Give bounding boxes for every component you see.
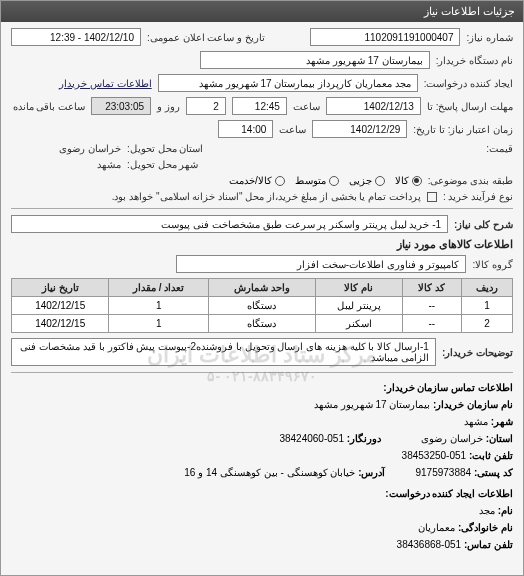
requester-header: اطلاعات ایجاد کننده درخواست:	[11, 485, 513, 502]
cell-date: 1402/12/15	[12, 315, 109, 333]
table-header-row: ردیف کد کالا نام کالا واحد شمارش تعداد /…	[12, 279, 513, 297]
label-time2: ساعت	[279, 124, 306, 135]
val-c-address: خیابان کوهسنگی - بین کوهسنگی 14 و 16	[184, 467, 355, 478]
field-requester: مجد معماریان کارپرداز بیمارستان 17 شهریو…	[158, 74, 418, 92]
val-c-phone: 051-38453250	[402, 450, 467, 461]
val-c-province: خراسان رضوی	[421, 433, 483, 444]
label-c-fax: دورنگار:	[347, 433, 381, 444]
cell-rn: 2	[461, 315, 512, 333]
label-r-lname: نام خانوادگی:	[458, 522, 513, 533]
label-c-postal: کد پستی:	[474, 467, 513, 478]
field-announce-date: 1402/12/10 - 12:39	[11, 28, 141, 46]
title-bar-text: جزئیات اطلاعات نیاز	[424, 5, 515, 18]
label-c-address: آدرس:	[358, 467, 385, 478]
checkbox-buy-type[interactable]	[427, 192, 437, 202]
label-buy-type: نوع فرآیند خرید :	[443, 191, 513, 202]
label-overall-desc: شرح کلی نیاز:	[454, 219, 513, 230]
label-days-and: روز و	[157, 101, 180, 112]
val-r-phone: 051-38436868	[397, 539, 462, 550]
cell-rn: 1	[461, 297, 512, 315]
divider	[11, 372, 513, 373]
label-price: قیمت:	[486, 143, 513, 154]
field-remain-time: 23:03:05	[91, 97, 151, 115]
form-content: شماره نیاز: 1102091191000407 تاریخ و ساع…	[1, 22, 523, 559]
field-buyer-name: بیمارستان 17 شهریور مشهد	[200, 51, 430, 69]
radio-service[interactable]: کالا/خدمت	[229, 175, 285, 186]
field-province: خراسان رضوی	[11, 143, 121, 154]
label-buyer-name: نام دستگاه خریدار:	[436, 55, 513, 66]
table-row: 2 -- اسکنر دستگاه 1 1402/12/15	[12, 315, 513, 333]
th-date: تاریخ نیاز	[12, 279, 109, 297]
label-buyer-notes: توضیحات خریدار:	[442, 347, 513, 358]
buy-type-note: پرداخت تمام یا بخشی از مبلغ خرید،از محل …	[112, 191, 421, 202]
radio-medium[interactable]: متوسط	[295, 175, 339, 186]
val-c-fax: 051-38424060	[279, 433, 344, 444]
cell-unit: دستگاه	[208, 297, 315, 315]
label-req-no: شماره نیاز:	[466, 32, 513, 43]
contact-block: اطلاعات تماس سازمان خریدار: نام سازمان خ…	[11, 379, 513, 553]
items-table: ردیف کد کالا نام کالا واحد شمارش تعداد /…	[11, 278, 513, 333]
label-r-fname: نام:	[498, 505, 513, 516]
field-valid-date: 1402/12/29	[312, 120, 407, 138]
cell-code: --	[402, 297, 461, 315]
cell-name: پرینتر لیبل	[315, 297, 402, 315]
label-c-province: استان:	[486, 433, 513, 444]
field-buyer-notes: 1-ارسال کالا با کلیه هزینه های ارسال وتح…	[11, 338, 436, 366]
label-r-phone: تلفن تماس:	[464, 539, 513, 550]
field-goods-group: کامپیوتر و فناوری اطلاعات-سخت افزار	[176, 255, 466, 273]
cell-qty: 1	[109, 315, 209, 333]
val-org-name: بیمارستان 17 شهریور مشهد	[314, 399, 430, 410]
label-requester: ایجاد کننده درخواست:	[424, 78, 513, 89]
label-deadline: مهلت ارسال پاسخ: تا	[427, 101, 513, 112]
radio-partial-label: جزیی	[349, 175, 372, 186]
radio-service-label: کالا/خدمت	[229, 175, 272, 186]
field-days: 2	[186, 97, 226, 115]
label-remain: ساعت باقی مانده	[13, 101, 86, 112]
title-bar: جزئیات اطلاعات نیاز	[1, 1, 523, 22]
contact-header: اطلاعات تماس سازمان خریدار:	[11, 379, 513, 396]
field-deadline-time: 12:45	[232, 97, 287, 115]
cell-name: اسکنر	[315, 315, 402, 333]
th-qty: تعداد / مقدار	[109, 279, 209, 297]
table-row: 1 -- پرینتر لیبل دستگاه 1 1402/12/15	[12, 297, 513, 315]
section-items-info: اطلاعات کالاهای مورد نیاز	[11, 238, 513, 251]
th-name: نام کالا	[315, 279, 402, 297]
radio-partial[interactable]: جزیی	[349, 175, 385, 186]
th-code: کد کالا	[402, 279, 461, 297]
link-buyer-contact[interactable]: اطلاعات تماس خریدار	[59, 78, 152, 89]
th-rn: ردیف	[461, 279, 512, 297]
radio-medium-label: متوسط	[295, 175, 326, 186]
cell-date: 1402/12/15	[12, 297, 109, 315]
label-valid-to: زمان اعتبار نیاز: تا تاریخ:	[413, 124, 513, 135]
field-overall-desc: 1- خرید لیبل پرینتر واسکنر پر سرعت طبق م…	[11, 215, 448, 233]
label-c-city: شهر:	[491, 416, 513, 427]
label-org-name: نام سازمان خریدار:	[433, 399, 513, 410]
label-announce-date: تاریخ و ساعت اعلان عمومی:	[147, 32, 265, 43]
cell-unit: دستگاه	[208, 315, 315, 333]
val-c-city: مشهد	[464, 416, 488, 427]
label-time1: ساعت	[293, 101, 320, 112]
field-req-no: 1102091191000407	[310, 28, 460, 46]
cell-code: --	[402, 315, 461, 333]
field-deadline-date: 1402/12/13	[326, 97, 421, 115]
val-c-postal: 9175973884	[415, 467, 471, 478]
th-unit: واحد شمارش	[208, 279, 315, 297]
val-r-lname: معماریان	[418, 522, 455, 533]
label-city: شهر محل تحویل:	[127, 159, 198, 170]
field-city: مشهد	[11, 159, 121, 170]
cell-qty: 1	[109, 297, 209, 315]
label-goods-group: گروه کالا:	[472, 259, 513, 270]
divider	[11, 208, 513, 209]
field-valid-time: 14:00	[218, 120, 273, 138]
radio-group-category: کالا جزیی متوسط کالا/خدمت	[229, 175, 422, 186]
val-r-fname: مجد	[479, 505, 495, 516]
label-category: طبقه بندی موضوعی:	[428, 175, 513, 186]
radio-goods-label: کالا	[395, 175, 409, 186]
label-province: استان محل تحویل:	[127, 143, 203, 154]
label-c-phone: تلفن ثابت:	[469, 450, 513, 461]
radio-goods[interactable]: کالا	[395, 175, 422, 186]
